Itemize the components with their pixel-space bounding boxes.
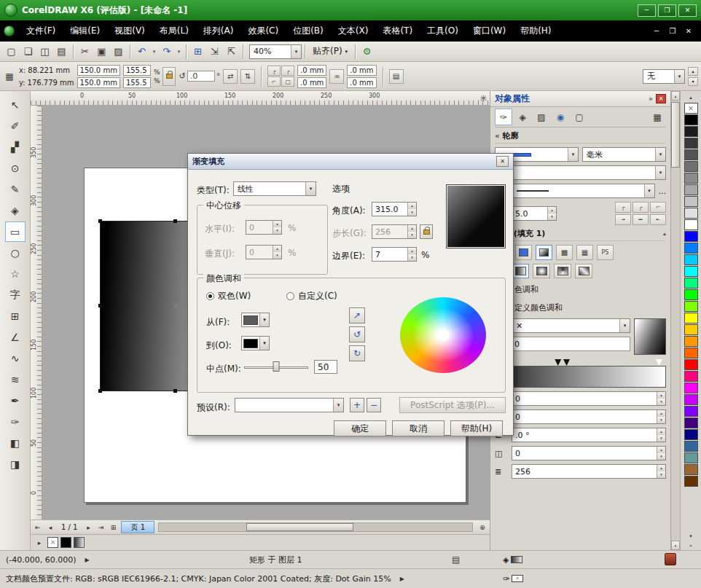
palette-swatch[interactable] xyxy=(684,266,698,277)
spinner-buttons[interactable]: ▴▾ xyxy=(407,203,416,216)
gradient-stop-marker[interactable] xyxy=(563,359,570,366)
export-button[interactable]: ⇱ xyxy=(223,44,240,60)
stop-position-field[interactable]: 0 xyxy=(512,337,630,351)
print-button[interactable]: ▤ xyxy=(53,44,70,60)
gradient-stop-marker[interactable] xyxy=(555,359,561,366)
palette-swatch[interactable] xyxy=(684,219,698,230)
first-page-button[interactable]: ⇤ xyxy=(32,522,44,533)
palette-swatch[interactable] xyxy=(684,149,698,160)
options-button[interactable]: ⚙ xyxy=(359,44,375,60)
object-width-field[interactable]: 150.0 mm xyxy=(77,65,120,76)
corner-radius-2-field[interactable]: .0 mm xyxy=(347,65,376,76)
menu-item[interactable]: 文本(X) xyxy=(331,20,376,42)
gradient-angle-field[interactable]: .0 ° ▴▾ xyxy=(512,428,666,442)
horizontal-scrollbar[interactable] xyxy=(158,522,473,532)
copy-button[interactable]: ▣ xyxy=(93,44,110,60)
menu-item[interactable]: 位图(B) xyxy=(286,20,331,42)
x-position-field[interactable]: 88.221 mm xyxy=(28,66,73,74)
gradient-square-button[interactable] xyxy=(575,264,592,278)
palette-swatch[interactable] xyxy=(684,208,698,219)
gradient-radial-button[interactable] xyxy=(533,264,550,278)
add-page-button[interactable]: ⊞ xyxy=(107,522,119,533)
tab-frame[interactable]: ▢ xyxy=(571,109,588,125)
palette-swatch[interactable] xyxy=(684,359,698,370)
application-launcher-button[interactable]: ⊞ xyxy=(189,44,206,60)
docker-scrollbar[interactable]: ▴ ▾ xyxy=(670,91,680,550)
text-tool[interactable]: 字 xyxy=(5,285,26,305)
help-button[interactable]: 帮助(H) xyxy=(450,420,503,436)
rotation-angle-field[interactable]: .0 xyxy=(187,71,215,82)
scroll-up-button[interactable]: ▴ xyxy=(671,91,680,101)
palette-swatch[interactable] xyxy=(684,278,698,289)
new-button[interactable]: ▢ xyxy=(3,44,20,60)
ellipse-tool[interactable]: ○ xyxy=(5,243,26,263)
palette-swatch[interactable] xyxy=(684,383,698,393)
fill-tool[interactable]: ◧ xyxy=(5,433,26,453)
spinner-buttons[interactable]: ▴▾ xyxy=(407,248,416,261)
zoom-level-select[interactable]: 40% ▾ xyxy=(249,44,302,59)
vertical-ruler[interactable]: 350300250200150100500 xyxy=(31,106,42,520)
two-color-radio[interactable] xyxy=(206,292,214,300)
palette-scroll-down[interactable]: ▾ xyxy=(684,531,698,541)
palette-swatch[interactable] xyxy=(684,452,698,463)
collapse-section-icon[interactable]: « xyxy=(495,131,500,141)
connector-tool[interactable]: ∿ xyxy=(5,348,26,369)
scrollbar-track[interactable] xyxy=(671,101,680,541)
restore-button[interactable]: ❐ xyxy=(658,4,676,17)
text-wrap-button[interactable]: ▤ xyxy=(389,69,404,84)
edge-pad-field[interactable]: 0 ▴▾ xyxy=(512,446,666,460)
tab-summary[interactable]: ▦ xyxy=(649,109,666,125)
minimize-button[interactable]: ─ xyxy=(638,4,656,17)
spinner-buttons[interactable]: ▴▾ xyxy=(547,207,556,220)
fill-pattern-button[interactable]: ▩ xyxy=(556,245,573,260)
palette-swatch[interactable] xyxy=(684,173,698,184)
profile-flyout-button[interactable]: ▶ xyxy=(400,576,404,582)
docker-close-button[interactable]: ✕ xyxy=(656,94,666,103)
menu-item[interactable]: 帮助(H) xyxy=(513,20,558,42)
no-color-swatch[interactable]: ✕ xyxy=(684,103,698,114)
corner-radius-4-field[interactable]: .0 mm xyxy=(347,77,376,88)
palette-swatch[interactable] xyxy=(684,196,698,207)
palette-swatch[interactable] xyxy=(684,126,698,137)
no-color-swatch[interactable]: ✕ xyxy=(47,537,58,548)
redo-dropdown[interactable]: ▾ xyxy=(175,44,183,60)
shape-tool[interactable]: ✐ xyxy=(5,116,26,136)
x-offset-field[interactable]: 0 ▴▾ xyxy=(512,391,666,406)
tab-internet[interactable]: ◉ xyxy=(552,109,569,125)
clockwise-path-button[interactable]: ↻ xyxy=(349,345,365,361)
edge-pad-field[interactable]: 7 ▴▾ xyxy=(372,247,417,262)
menu-item[interactable]: 效果(C) xyxy=(240,20,286,42)
midpoint-slider[interactable] xyxy=(244,360,308,375)
counterclockwise-path-button[interactable]: ↺ xyxy=(349,326,365,342)
rectangle-tool[interactable]: ▭ xyxy=(5,222,26,242)
gradient-conical-button[interactable] xyxy=(554,264,571,278)
undo-button[interactable]: ↶ xyxy=(133,44,150,60)
propbar-scroll-up[interactable]: ▴ xyxy=(688,67,698,76)
palette-swatch[interactable] xyxy=(684,138,698,149)
gradient-type-select[interactable]: 线性 ▾ xyxy=(233,181,316,196)
save-button[interactable]: ◫ xyxy=(36,44,53,60)
tab-transparency[interactable]: ▨ xyxy=(533,109,550,125)
delete-preset-button[interactable]: − xyxy=(367,398,381,412)
palette-swatch[interactable] xyxy=(684,418,698,428)
paint-can-icon[interactable] xyxy=(665,553,676,565)
palette-swatch[interactable] xyxy=(684,441,698,452)
outline-width-select[interactable]: 无 ▾ xyxy=(643,69,685,84)
palette-swatch[interactable] xyxy=(684,324,698,335)
collapse-fill-icon[interactable]: ▴ xyxy=(663,230,666,237)
angle-field[interactable]: 315.0 ▴▾ xyxy=(372,202,417,216)
scrollbar-thumb[interactable] xyxy=(671,102,680,168)
freehand-tool[interactable]: ✎ xyxy=(5,179,26,200)
corner-round-button[interactable]: ╭ xyxy=(633,202,649,213)
palette-swatch[interactable] xyxy=(684,348,698,358)
palette-swatch[interactable] xyxy=(684,336,698,347)
fill-postscript-button[interactable]: PS xyxy=(597,245,614,260)
palette-swatch[interactable] xyxy=(684,289,698,300)
cap-round-button[interactable]: ━ xyxy=(633,214,649,225)
spinner-buttons[interactable]: ▴▾ xyxy=(657,465,665,478)
slider-thumb[interactable] xyxy=(273,361,280,372)
gradient-linear-button[interactable] xyxy=(512,264,529,278)
tab-fill[interactable]: ◈ xyxy=(514,109,531,125)
spinner-buttons[interactable]: ▴▾ xyxy=(657,410,665,423)
outline-style-select[interactable]: ✕ ▾ xyxy=(495,165,666,180)
